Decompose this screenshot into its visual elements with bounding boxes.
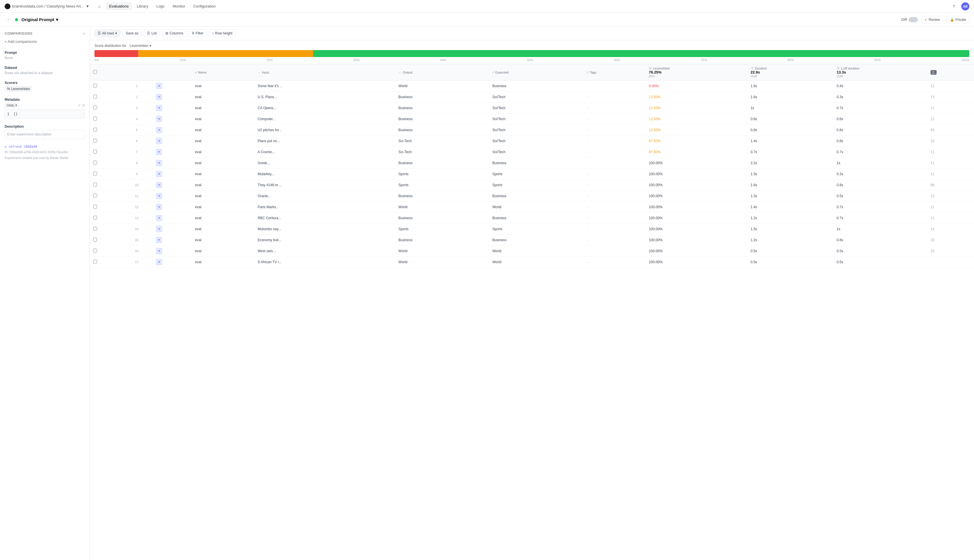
th-name[interactable]: ≡ Name	[192, 64, 254, 80]
scorer-chip[interactable]: % Levenshtein	[5, 86, 32, 92]
row-input[interactable]: Mularkey...	[254, 168, 395, 180]
th-expected[interactable]: = Expected	[489, 64, 583, 80]
table-row[interactable]: 8 ✦ eval Greek... Business Business – 10…	[90, 158, 974, 168]
row-checkbox[interactable]	[93, 249, 97, 252]
yaml-selector[interactable]: YAML ▾	[5, 103, 19, 108]
row-checkbox[interactable]	[93, 150, 97, 153]
row-name[interactable]: eval	[192, 223, 254, 235]
row-name[interactable]: eval	[192, 113, 254, 125]
score-dist-scorer[interactable]: Levenshtein	[130, 44, 148, 48]
tab-monitor[interactable]: Monitor	[169, 2, 189, 10]
save-as-button[interactable]: Save as	[122, 30, 141, 37]
row-checkbox[interactable]	[93, 205, 97, 208]
table-row[interactable]: 10 ✦ eval They #146;re ... Sports Sports…	[90, 180, 974, 190]
add-comparisons-button[interactable]: + Add comparisons	[5, 38, 85, 45]
th-llm-duration[interactable]: ⏱ LLM duration 13.3s SUM	[833, 64, 927, 80]
row-name[interactable]: eval	[192, 147, 254, 158]
row-input[interactable]: They #146;re ...	[254, 180, 395, 190]
row-input[interactable]: Plans put on...	[254, 135, 395, 147]
row-name[interactable]: eval	[192, 168, 254, 180]
row-name[interactable]: eval	[192, 158, 254, 168]
row-checkbox[interactable]	[93, 139, 97, 142]
row-checkbox[interactable]	[93, 216, 97, 220]
row-checkbox[interactable]	[93, 260, 97, 263]
table-row[interactable]: 5 ✦ eval U2 pitches for... Business Sci/…	[90, 125, 974, 135]
row-name[interactable]: eval	[192, 92, 254, 103]
row-name[interactable]: eval	[192, 180, 254, 190]
row-checkbox[interactable]	[93, 95, 97, 98]
table-row[interactable]: 4 ✦ eval Computer... Business Sci/Tech –…	[90, 113, 974, 125]
row-name[interactable]: eval	[192, 125, 254, 135]
table-row[interactable]: 11 ✦ eval Oracle... Business Business – …	[90, 190, 974, 202]
th-input[interactable]: → Input	[254, 64, 395, 80]
row-input[interactable]: U2 pitches for...	[254, 125, 395, 135]
table-row[interactable]: 13 ✦ eval RBC Centura... Business Busine…	[90, 213, 974, 223]
list-button[interactable]: ☰ List	[144, 30, 160, 37]
table-row[interactable]: 2 ✦ eval U.S. Plans... Business Sci/Tech…	[90, 92, 974, 103]
table-row[interactable]: 1 ✦ eval Some fear it's ... World Busine…	[90, 80, 974, 92]
all-rows-button[interactable]: ☰ All rows ▾	[94, 30, 120, 37]
row-input[interactable]: Paris Marks...	[254, 202, 395, 213]
row-name[interactable]: eval	[192, 257, 254, 268]
expand-icon[interactable]: ⤢	[78, 103, 81, 107]
row-name[interactable]: eval	[192, 235, 254, 245]
row-checkbox[interactable]	[93, 117, 97, 120]
table-row[interactable]: 15 ✦ eval Economy buil... Business Busin…	[90, 235, 974, 245]
columns-button[interactable]: ⊞ Columns	[162, 30, 186, 37]
table-row[interactable]: 14 ✦ eval Mutombo say... Sports Sports –…	[90, 223, 974, 235]
th-levenshtein[interactable]: % Levenshtein 76.25% AVG	[645, 64, 747, 80]
home-button[interactable]: ⌂	[95, 2, 104, 10]
row-input[interactable]: Mutombo say...	[254, 223, 395, 235]
row-name[interactable]: eval	[192, 202, 254, 213]
back-button[interactable]: ←	[5, 16, 13, 24]
avatar[interactable]: AB	[961, 2, 969, 10]
th-duration[interactable]: ⏱ Duration 22.9s SUM	[747, 64, 833, 80]
description-input[interactable]: Enter experiment description	[5, 130, 85, 139]
table-row[interactable]: 12 ✦ eval Paris Marks... World World – 1…	[90, 202, 974, 213]
th-tags[interactable]: ◇ Tags	[583, 64, 645, 80]
row-checkbox[interactable]	[93, 128, 97, 132]
collapse-icon[interactable]: ⊣	[82, 31, 85, 36]
row-checkbox[interactable]	[93, 106, 97, 110]
review-button[interactable]: ✓ Review	[921, 16, 943, 23]
row-checkbox[interactable]	[93, 172, 97, 175]
row-checkbox[interactable]	[93, 183, 97, 187]
row-input[interactable]: Computer...	[254, 113, 395, 125]
row-height-button[interactable]: ↕ Row height	[209, 30, 236, 37]
brand-area[interactable]: braintrustdata.com / Classifying News Ar…	[5, 3, 90, 9]
table-row[interactable]: 17 ✦ eval S African TV i... World World …	[90, 257, 974, 268]
row-name[interactable]: eval	[192, 80, 254, 92]
row-name[interactable]: eval	[192, 135, 254, 147]
row-input[interactable]: Greek...	[254, 158, 395, 168]
select-all-checkbox[interactable]	[93, 70, 97, 74]
th-output[interactable]: ← Output	[395, 64, 489, 80]
table-row[interactable]: 7 ✦ eval A Cosmic... Sci-Tech Sci/Tech –…	[90, 147, 974, 158]
table-row[interactable]: 6 ✦ eval Plans put on... Sci-Tech Sci/Te…	[90, 135, 974, 147]
row-input[interactable]: RBC Centura...	[254, 213, 395, 223]
row-checkbox[interactable]	[93, 194, 97, 197]
row-input[interactable]: Oracle...	[254, 190, 395, 202]
row-input[interactable]: Some fear it's ...	[254, 80, 395, 92]
row-name[interactable]: eval	[192, 103, 254, 113]
row-input[interactable]: Economy buil...	[254, 235, 395, 245]
row-checkbox[interactable]	[93, 238, 97, 242]
row-input[interactable]: CA Opens...	[254, 103, 395, 113]
tab-evaluations[interactable]: Evaluations	[106, 2, 132, 10]
row-name[interactable]: eval	[192, 245, 254, 257]
table-row[interactable]: 9 ✦ eval Mularkey... Sports Sports – 100…	[90, 168, 974, 180]
row-name[interactable]: eval	[192, 190, 254, 202]
copy-icon[interactable]: ⎘	[83, 103, 85, 107]
table-row[interactable]: 16 ✦ eval West sets... World World – 100…	[90, 245, 974, 257]
row-checkbox[interactable]	[93, 227, 97, 230]
help-button[interactable]: ?	[950, 2, 958, 10]
refresh-line[interactable]: ↺ refresh 18b8a90	[5, 145, 85, 148]
row-input[interactable]: A Cosmic...	[254, 147, 395, 158]
tab-library[interactable]: Library	[133, 2, 152, 10]
diff-toggle-switch[interactable]	[909, 17, 918, 22]
row-input[interactable]: U.S. Plans...	[254, 92, 395, 103]
table-row[interactable]: 3 ✦ eval CA Opens... Business Sci/Tech –…	[90, 103, 974, 113]
row-name[interactable]: eval	[192, 213, 254, 223]
private-button[interactable]: 🔒 Private	[947, 16, 969, 23]
row-input[interactable]: West sets...	[254, 245, 395, 257]
row-checkbox[interactable]	[93, 161, 97, 165]
